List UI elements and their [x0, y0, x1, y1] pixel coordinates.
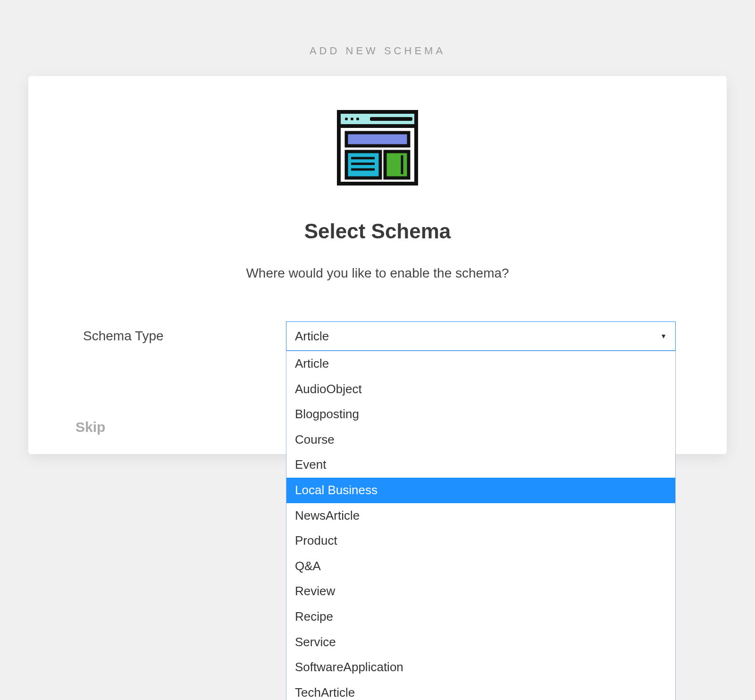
chevron-down-icon: ▼ [660, 332, 667, 340]
card-modal: Select Schema Where would you like to en… [28, 76, 727, 454]
card-subtitle: Where would you like to enable the schem… [57, 266, 698, 281]
svg-point-3 [351, 118, 353, 120]
webpage-icon [336, 109, 419, 186]
svg-rect-5 [370, 117, 412, 121]
schema-type-label: Schema Type [83, 329, 286, 344]
dropdown-option[interactable]: Course [286, 427, 675, 453]
svg-point-4 [356, 118, 359, 120]
dropdown-option[interactable]: TechArticle [286, 680, 675, 700]
skip-button[interactable]: Skip [76, 419, 105, 435]
selected-value: Article [295, 329, 329, 344]
schema-type-select[interactable]: Article ▼ ArticleAudioObjectBlogpostingC… [286, 321, 676, 351]
svg-rect-7 [346, 133, 409, 146]
select-input[interactable]: Article ▼ [286, 321, 676, 351]
dropdown-option[interactable]: Event [286, 452, 675, 478]
dropdown-option[interactable]: Product [286, 528, 675, 554]
dropdown-option[interactable]: NewsArticle [286, 503, 675, 529]
svg-point-2 [345, 118, 348, 120]
dropdown-option[interactable]: AudioObject [286, 377, 675, 402]
dropdown-list[interactable]: ArticleAudioObjectBlogpostingCourseEvent… [286, 351, 676, 700]
schema-type-row: Schema Type Article ▼ ArticleAudioObject… [57, 321, 698, 351]
card-title: Select Schema [57, 219, 698, 243]
dropdown-option[interactable]: Service [286, 630, 675, 655]
dropdown-option[interactable]: Q&A [286, 554, 675, 579]
dropdown-option[interactable]: Blogposting [286, 402, 675, 427]
dropdown-option[interactable]: SoftwareApplication [286, 655, 675, 680]
dropdown-option[interactable]: Review [286, 579, 675, 604]
dropdown-option[interactable]: Article [286, 351, 675, 377]
dropdown-option[interactable]: Local Business [286, 478, 675, 503]
page-header: ADD NEW SCHEMA [0, 0, 755, 76]
dropdown-option[interactable]: Recipe [286, 604, 675, 630]
schema-illustration [57, 109, 698, 186]
svg-rect-12 [385, 152, 409, 178]
